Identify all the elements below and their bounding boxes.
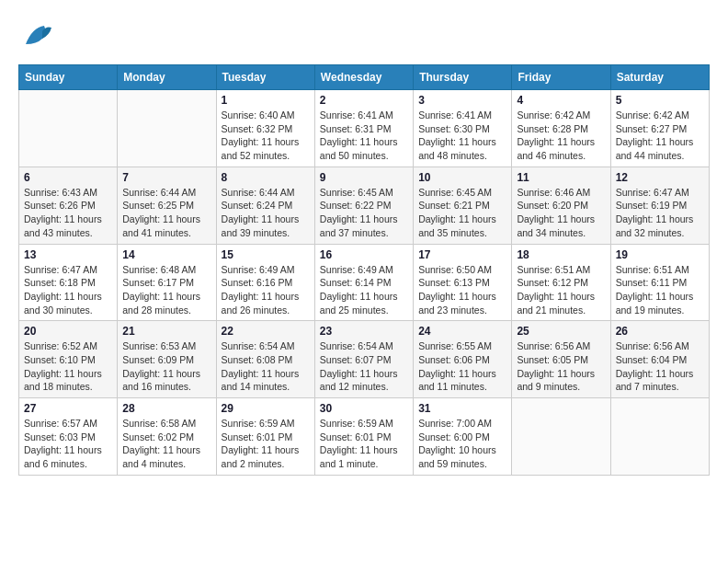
weekday-header-sunday: Sunday (19, 65, 118, 90)
day-number: 16 (320, 248, 408, 261)
day-number: 4 (517, 94, 605, 107)
calendar-cell (512, 398, 610, 476)
day-number: 6 (24, 171, 112, 184)
calendar-cell: 9Sunrise: 6:45 AM Sunset: 6:22 PM Daylig… (314, 167, 413, 244)
day-info: Sunrise: 6:41 AM Sunset: 6:30 PM Dayligh… (418, 109, 506, 163)
calendar-cell: 1Sunrise: 6:40 AM Sunset: 6:32 PM Daylig… (216, 90, 314, 167)
calendar-cell: 28Sunrise: 6:58 AM Sunset: 6:02 PM Dayli… (118, 398, 216, 476)
day-info: Sunrise: 6:44 AM Sunset: 6:24 PM Dayligh… (222, 186, 310, 240)
day-info: Sunrise: 6:45 AM Sunset: 6:22 PM Dayligh… (320, 186, 408, 240)
calendar-cell: 21Sunrise: 6:53 AM Sunset: 6:09 PM Dayli… (118, 321, 216, 398)
day-info: Sunrise: 6:51 AM Sunset: 6:12 PM Dayligh… (517, 263, 605, 317)
weekday-header-thursday: Thursday (414, 65, 512, 90)
day-number: 27 (24, 402, 112, 415)
calendar-cell: 14Sunrise: 6:48 AM Sunset: 6:17 PM Dayli… (118, 244, 216, 321)
calendar-cell (19, 90, 118, 167)
day-info: Sunrise: 6:49 AM Sunset: 6:16 PM Dayligh… (222, 263, 310, 317)
day-info: Sunrise: 6:53 AM Sunset: 6:09 PM Dayligh… (122, 339, 210, 394)
day-number: 28 (122, 402, 210, 415)
calendar-cell: 19Sunrise: 6:51 AM Sunset: 6:11 PM Dayli… (610, 244, 709, 321)
day-number: 13 (24, 248, 112, 261)
page-header (18, 18, 710, 55)
weekday-header-row: SundayMondayTuesdayWednesdayThursdayFrid… (19, 65, 710, 90)
day-number: 20 (24, 325, 112, 338)
day-info: Sunrise: 6:44 AM Sunset: 6:25 PM Dayligh… (122, 186, 210, 240)
calendar-cell: 13Sunrise: 6:47 AM Sunset: 6:18 PM Dayli… (19, 244, 118, 321)
day-number: 23 (320, 325, 408, 338)
weekday-header-tuesday: Tuesday (216, 65, 314, 90)
calendar-cell (610, 398, 709, 476)
day-info: Sunrise: 6:58 AM Sunset: 6:02 PM Dayligh… (122, 417, 210, 471)
calendar-cell: 4Sunrise: 6:42 AM Sunset: 6:28 PM Daylig… (512, 90, 610, 167)
day-number: 26 (616, 325, 704, 338)
day-info: Sunrise: 6:57 AM Sunset: 6:03 PM Dayligh… (24, 417, 112, 471)
day-info: Sunrise: 6:47 AM Sunset: 6:19 PM Dayligh… (616, 186, 704, 240)
logo (18, 18, 59, 55)
day-info: Sunrise: 6:41 AM Sunset: 6:31 PM Dayligh… (320, 109, 408, 163)
day-info: Sunrise: 6:45 AM Sunset: 6:21 PM Dayligh… (418, 186, 506, 240)
day-number: 2 (320, 94, 408, 107)
weekday-header-wednesday: Wednesday (314, 65, 413, 90)
day-number: 30 (320, 402, 408, 415)
calendar-week-2: 6Sunrise: 6:43 AM Sunset: 6:26 PM Daylig… (19, 167, 710, 244)
day-number: 14 (122, 248, 210, 261)
day-info: Sunrise: 6:59 AM Sunset: 6:01 PM Dayligh… (320, 417, 408, 471)
calendar-cell: 3Sunrise: 6:41 AM Sunset: 6:30 PM Daylig… (414, 90, 512, 167)
day-info: Sunrise: 6:50 AM Sunset: 6:13 PM Dayligh… (418, 263, 506, 317)
calendar-cell: 29Sunrise: 6:59 AM Sunset: 6:01 PM Dayli… (216, 398, 314, 476)
calendar-cell: 10Sunrise: 6:45 AM Sunset: 6:21 PM Dayli… (414, 167, 512, 244)
calendar-cell: 15Sunrise: 6:49 AM Sunset: 6:16 PM Dayli… (216, 244, 314, 321)
day-info: Sunrise: 6:56 AM Sunset: 6:05 PM Dayligh… (517, 339, 605, 394)
calendar-cell: 2Sunrise: 6:41 AM Sunset: 6:31 PM Daylig… (314, 90, 413, 167)
calendar-table: SundayMondayTuesdayWednesdayThursdayFrid… (18, 64, 710, 476)
day-info: Sunrise: 6:51 AM Sunset: 6:11 PM Dayligh… (616, 263, 704, 317)
calendar-cell: 27Sunrise: 6:57 AM Sunset: 6:03 PM Dayli… (19, 398, 118, 476)
day-info: Sunrise: 6:49 AM Sunset: 6:14 PM Dayligh… (320, 263, 408, 317)
day-info: Sunrise: 6:46 AM Sunset: 6:20 PM Dayligh… (517, 186, 605, 240)
day-number: 8 (222, 171, 310, 184)
day-number: 18 (517, 248, 605, 261)
day-number: 5 (616, 94, 704, 107)
day-number: 3 (418, 94, 506, 107)
calendar-cell (118, 90, 216, 167)
calendar-cell: 18Sunrise: 6:51 AM Sunset: 6:12 PM Dayli… (512, 244, 610, 321)
day-info: Sunrise: 6:55 AM Sunset: 6:06 PM Dayligh… (418, 339, 506, 394)
day-info: Sunrise: 6:54 AM Sunset: 6:07 PM Dayligh… (320, 339, 408, 394)
calendar-cell: 30Sunrise: 6:59 AM Sunset: 6:01 PM Dayli… (314, 398, 413, 476)
calendar-cell: 7Sunrise: 6:44 AM Sunset: 6:25 PM Daylig… (118, 167, 216, 244)
day-number: 11 (517, 171, 605, 184)
calendar-cell: 5Sunrise: 6:42 AM Sunset: 6:27 PM Daylig… (610, 90, 709, 167)
day-info: Sunrise: 6:47 AM Sunset: 6:18 PM Dayligh… (24, 263, 112, 317)
weekday-header-friday: Friday (512, 65, 610, 90)
calendar-cell: 16Sunrise: 6:49 AM Sunset: 6:14 PM Dayli… (314, 244, 413, 321)
weekday-header-monday: Monday (118, 65, 216, 90)
day-number: 31 (418, 402, 506, 415)
day-number: 24 (418, 325, 506, 338)
calendar-week-5: 27Sunrise: 6:57 AM Sunset: 6:03 PM Dayli… (19, 398, 710, 476)
day-number: 25 (517, 325, 605, 338)
day-number: 29 (222, 402, 310, 415)
day-info: Sunrise: 6:40 AM Sunset: 6:32 PM Dayligh… (222, 109, 310, 163)
day-number: 19 (616, 248, 704, 261)
day-info: Sunrise: 6:48 AM Sunset: 6:17 PM Dayligh… (122, 263, 210, 317)
calendar-cell: 11Sunrise: 6:46 AM Sunset: 6:20 PM Dayli… (512, 167, 610, 244)
calendar-cell: 22Sunrise: 6:54 AM Sunset: 6:08 PM Dayli… (216, 321, 314, 398)
calendar-cell: 6Sunrise: 6:43 AM Sunset: 6:26 PM Daylig… (19, 167, 118, 244)
day-number: 22 (222, 325, 310, 338)
calendar-cell: 31Sunrise: 7:00 AM Sunset: 6:00 PM Dayli… (414, 398, 512, 476)
calendar-week-1: 1Sunrise: 6:40 AM Sunset: 6:32 PM Daylig… (19, 90, 710, 167)
calendar-cell: 20Sunrise: 6:52 AM Sunset: 6:10 PM Dayli… (19, 321, 118, 398)
logo-icon (18, 18, 55, 55)
day-info: Sunrise: 6:54 AM Sunset: 6:08 PM Dayligh… (222, 339, 310, 394)
weekday-header-saturday: Saturday (610, 65, 709, 90)
day-info: Sunrise: 6:42 AM Sunset: 6:27 PM Dayligh… (616, 109, 704, 163)
calendar-cell: 25Sunrise: 6:56 AM Sunset: 6:05 PM Dayli… (512, 321, 610, 398)
day-number: 12 (616, 171, 704, 184)
day-info: Sunrise: 6:52 AM Sunset: 6:10 PM Dayligh… (24, 339, 112, 394)
calendar-cell: 24Sunrise: 6:55 AM Sunset: 6:06 PM Dayli… (414, 321, 512, 398)
calendar-cell: 17Sunrise: 6:50 AM Sunset: 6:13 PM Dayli… (414, 244, 512, 321)
day-number: 10 (418, 171, 506, 184)
day-info: Sunrise: 6:42 AM Sunset: 6:28 PM Dayligh… (517, 109, 605, 163)
calendar-cell: 23Sunrise: 6:54 AM Sunset: 6:07 PM Dayli… (314, 321, 413, 398)
day-info: Sunrise: 6:43 AM Sunset: 6:26 PM Dayligh… (24, 186, 112, 240)
